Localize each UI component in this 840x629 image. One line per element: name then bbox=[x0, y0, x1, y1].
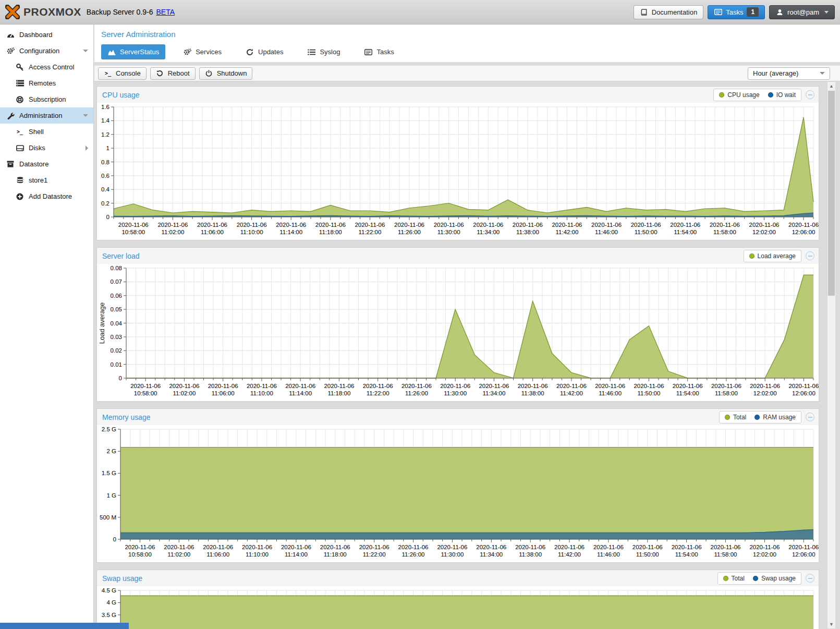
svg-text:2020-11-06: 2020-11-06 bbox=[118, 222, 149, 228]
svg-text:2020-11-06: 2020-11-06 bbox=[711, 383, 741, 389]
disk-icon bbox=[16, 144, 24, 152]
browser-status-strip bbox=[0, 623, 129, 629]
svg-text:11:26:00: 11:26:00 bbox=[405, 390, 428, 396]
svg-text:11:30:00: 11:30:00 bbox=[441, 551, 464, 558]
database-icon bbox=[16, 177, 24, 184]
svg-text:11:18:00: 11:18:00 bbox=[327, 390, 350, 396]
memory-usage-chart: 0500 M1 G1.5 G2 G2.5 G2020-11-0610:58:00… bbox=[97, 425, 819, 562]
collapse-panel-icon[interactable] bbox=[806, 251, 814, 260]
svg-text:2020-11-06: 2020-11-06 bbox=[591, 222, 622, 228]
proxmox-x-icon bbox=[5, 5, 20, 19]
svg-text:11:06:00: 11:06:00 bbox=[212, 390, 235, 396]
svg-text:2020-11-06: 2020-11-06 bbox=[363, 383, 393, 389]
svg-text:0.02: 0.02 bbox=[111, 347, 122, 354]
scroll-up-arrow[interactable]: ▲ bbox=[827, 82, 835, 90]
console-button[interactable]: >_ Console bbox=[98, 67, 147, 80]
legend-item[interactable]: RAM usage bbox=[754, 414, 796, 421]
svg-text:2020-11-06: 2020-11-06 bbox=[437, 544, 467, 550]
svg-text:11:34:00: 11:34:00 bbox=[482, 390, 505, 396]
svg-text:0.6: 0.6 bbox=[101, 173, 109, 179]
collapse-panel-icon[interactable] bbox=[806, 90, 814, 99]
svg-text:11:10:00: 11:10:00 bbox=[240, 229, 263, 235]
collapse-panel-icon[interactable] bbox=[806, 413, 814, 421]
svg-text:1.5 G: 1.5 G bbox=[102, 470, 116, 476]
svg-text:11:14:00: 11:14:00 bbox=[289, 390, 312, 396]
tab-services[interactable]: Services bbox=[177, 44, 228, 59]
legend-item[interactable]: Load average bbox=[749, 252, 796, 260]
legend-dot bbox=[749, 253, 754, 259]
svg-text:2020-11-06: 2020-11-06 bbox=[634, 383, 664, 389]
tasks-button[interactable]: Tasks 1 bbox=[708, 5, 765, 19]
svg-text:2020-11-06: 2020-11-06 bbox=[750, 383, 780, 389]
tab-updates[interactable]: Updates bbox=[239, 44, 289, 59]
legend-item[interactable]: IO wait bbox=[768, 91, 796, 99]
sidebar-item-add-datastore[interactable]: Add Datastore bbox=[0, 188, 93, 204]
tab-tasks[interactable]: Tasks bbox=[358, 44, 400, 59]
svg-text:2020-11-06: 2020-11-06 bbox=[398, 544, 429, 550]
svg-text:11:34:00: 11:34:00 bbox=[480, 551, 503, 558]
svg-text:11:10:00: 11:10:00 bbox=[246, 551, 269, 558]
panel-title: Server load bbox=[102, 252, 140, 260]
collapse-panel-icon[interactable] bbox=[806, 574, 814, 583]
sidebar-item-remotes[interactable]: Remotes bbox=[0, 75, 93, 91]
svg-text:11:10:00: 11:10:00 bbox=[250, 390, 273, 396]
svg-text:1.6: 1.6 bbox=[101, 104, 109, 110]
sidebar-item-subscription[interactable]: Subscription bbox=[0, 91, 93, 107]
book-icon bbox=[640, 8, 648, 16]
svg-text:2.5 G: 2.5 G bbox=[102, 426, 116, 432]
svg-text:2020-11-06: 2020-11-06 bbox=[440, 383, 470, 389]
svg-text:12:06:00: 12:06:00 bbox=[792, 229, 815, 235]
vertical-scrollbar[interactable]: ▲ ▼ bbox=[827, 81, 836, 629]
svg-text:11:54:00: 11:54:00 bbox=[676, 390, 699, 396]
legend-item[interactable]: Swap usage bbox=[753, 575, 796, 582]
svg-text:2020-11-06: 2020-11-06 bbox=[242, 544, 272, 550]
tab-syslog[interactable]: Syslog bbox=[301, 44, 346, 59]
chevron-right-icon[interactable] bbox=[86, 146, 88, 151]
documentation-button[interactable]: Documentation bbox=[634, 5, 703, 19]
sidebar-item-disks[interactable]: Disks bbox=[0, 140, 93, 156]
chart-legend: Load average bbox=[744, 250, 801, 262]
terminal-icon: >_ bbox=[16, 128, 24, 136]
svg-text:11:22:00: 11:22:00 bbox=[358, 229, 381, 235]
sidebar-item-administration[interactable]: Administration bbox=[0, 107, 93, 124]
chevron-down-icon bbox=[824, 11, 829, 14]
svg-text:2020-11-06: 2020-11-06 bbox=[315, 222, 346, 228]
shutdown-button[interactable]: Shutdown bbox=[199, 67, 253, 80]
svg-text:Load average: Load average bbox=[98, 303, 106, 344]
scrollbar-thumb[interactable] bbox=[828, 91, 835, 296]
tab-serverstatus[interactable]: ServerStatus bbox=[101, 44, 165, 59]
legend-label: Swap usage bbox=[761, 575, 796, 582]
user-menu-button[interactable]: root@pam bbox=[769, 5, 835, 19]
svg-text:12:06:00: 12:06:00 bbox=[792, 390, 815, 396]
sidebar-item-shell[interactable]: >_ Shell bbox=[0, 124, 93, 140]
tasks-count-badge: 1 bbox=[747, 7, 759, 17]
legend-item[interactable]: Total bbox=[725, 414, 746, 421]
sidebar-item-store1[interactable]: store1 bbox=[0, 172, 93, 188]
chevron-down-icon[interactable] bbox=[83, 114, 88, 117]
main-content: Server Administration ServerStatus Servi… bbox=[94, 25, 840, 629]
legend-dot bbox=[768, 92, 773, 98]
memory-usage-panel: Memory usage TotalRAM usage 0500 M1 G1.5… bbox=[96, 408, 819, 563]
gears-icon bbox=[183, 49, 191, 56]
svg-text:0: 0 bbox=[106, 214, 109, 220]
chevron-down-icon[interactable] bbox=[83, 50, 88, 52]
timeframe-select[interactable]: Hour (average) bbox=[748, 67, 830, 80]
legend-item[interactable]: CPU usage bbox=[719, 91, 759, 99]
svg-text:11:02:00: 11:02:00 bbox=[173, 390, 196, 396]
chart-legend: CPU usageIO wait bbox=[713, 89, 801, 101]
legend-item[interactable]: Total bbox=[723, 575, 745, 582]
sidebar-item-datastore[interactable]: Datastore bbox=[0, 156, 93, 172]
key-icon bbox=[16, 64, 24, 71]
svg-text:2020-11-06: 2020-11-06 bbox=[130, 383, 161, 389]
svg-text:2020-11-06: 2020-11-06 bbox=[710, 222, 740, 228]
svg-text:11:54:00: 11:54:00 bbox=[674, 229, 697, 235]
sidebar-item-access-control[interactable]: Access Control bbox=[0, 59, 93, 75]
reboot-button[interactable]: Reboot bbox=[150, 67, 196, 80]
tab-bar: ServerStatus Services Updates Syslog bbox=[101, 44, 840, 62]
legend-dot bbox=[725, 415, 730, 420]
sidebar-item-configuration[interactable]: Configuration bbox=[0, 43, 93, 59]
sidebar-item-dashboard[interactable]: Dashboard bbox=[0, 27, 93, 43]
scroll-down-arrow[interactable]: ▼ bbox=[827, 620, 835, 628]
svg-text:2020-11-06: 2020-11-06 bbox=[355, 222, 385, 228]
beta-link[interactable]: BETA bbox=[156, 8, 175, 16]
